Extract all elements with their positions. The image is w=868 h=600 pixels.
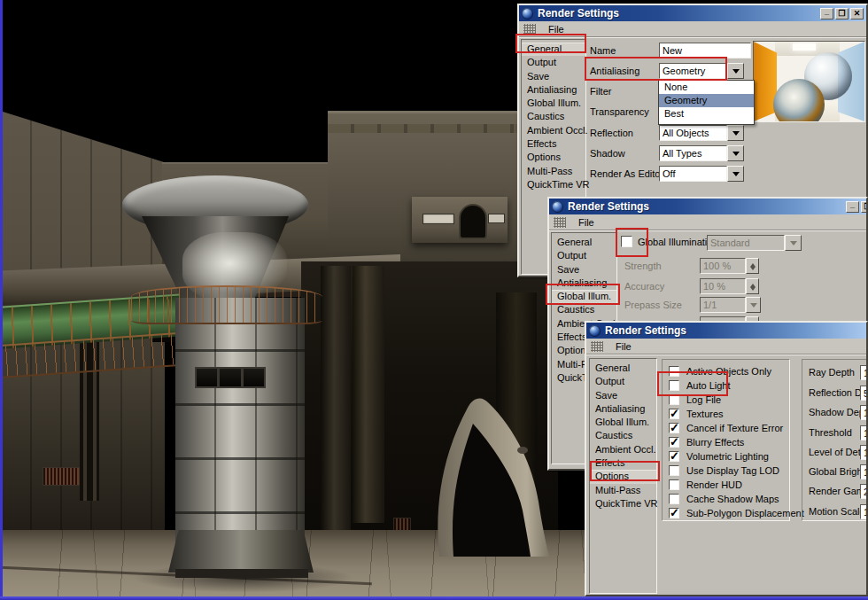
param-value-cut[interactable]: 1 bbox=[860, 365, 868, 380]
chevron-down-icon bbox=[732, 152, 740, 160]
checkbox-label: Blurry Effects bbox=[686, 437, 744, 448]
param-value-cut[interactable]: 1 bbox=[860, 464, 868, 479]
sidebar-item-caustics[interactable]: Caustics bbox=[522, 110, 585, 123]
param-row: Ray Depth1 bbox=[802, 365, 868, 381]
maximize-button[interactable] bbox=[861, 201, 868, 213]
strength-value: 100 % bbox=[700, 258, 746, 274]
app-window-border-left bbox=[0, 0, 3, 600]
checkbox-label: Render HUD bbox=[686, 479, 742, 490]
sidebar-item-global-illum[interactable]: Global Illum. bbox=[590, 416, 656, 429]
sidebar-item-caustics[interactable]: Caustics bbox=[590, 429, 656, 442]
param-value-cut[interactable]: 1 bbox=[860, 504, 868, 519]
scene-lit-window bbox=[488, 214, 505, 223]
sidebar-item-quicktime-vr[interactable]: QuickTime VR bbox=[590, 497, 656, 510]
sidebar-item-output[interactable]: Output bbox=[590, 375, 656, 388]
option-row[interactable]: Use Display Tag LOD bbox=[663, 464, 789, 479]
param-row: Reflection Depth5 bbox=[802, 386, 868, 401]
maximize-button[interactable] bbox=[835, 8, 849, 19]
checkbox[interactable] bbox=[669, 479, 679, 490]
sidebar-item-caustics[interactable]: Caustics bbox=[552, 303, 616, 316]
param-label: Motion Scale bbox=[809, 506, 865, 517]
render-as-editor-dropdown-button[interactable] bbox=[727, 166, 744, 182]
sidebar-item-antialiasing[interactable]: Antialiasing bbox=[590, 402, 656, 416]
app-window-border-bottom bbox=[0, 596, 868, 600]
param-value-cut[interactable]: 5 bbox=[860, 386, 868, 401]
shadow-select[interactable]: All Types bbox=[659, 145, 727, 161]
sidebar-item-save[interactable]: Save bbox=[522, 70, 585, 83]
menu-grip-icon[interactable] bbox=[523, 24, 536, 35]
option-row[interactable]: Sub-Polygon Displacement bbox=[663, 507, 789, 521]
checkbox[interactable] bbox=[669, 409, 679, 419]
param-row: Level of Detail1 bbox=[802, 445, 868, 461]
title-bar[interactable]: Render Settings bbox=[586, 323, 866, 339]
option-row[interactable]: Textures bbox=[663, 408, 789, 422]
option-row[interactable]: Blurry Effects bbox=[663, 436, 789, 450]
menu-bar: File bbox=[586, 339, 866, 355]
checkbox[interactable] bbox=[669, 508, 679, 518]
sidebar-item-effects[interactable]: Effects bbox=[522, 137, 585, 151]
dropdown-option-best[interactable]: Best bbox=[659, 107, 754, 121]
scene-pillar bbox=[353, 266, 384, 523]
annotation-box-antialiasing-row bbox=[585, 57, 727, 81]
dropdown-option-geometry[interactable]: Geometry bbox=[659, 94, 754, 107]
sidebar-item-general[interactable]: General bbox=[552, 236, 616, 249]
sidebar-item-quicktime-vr[interactable]: QuickTime VR bbox=[522, 178, 585, 191]
checkbox[interactable] bbox=[669, 465, 679, 476]
title-bar[interactable]: Render Settings bbox=[549, 199, 866, 214]
menu-grip-icon[interactable] bbox=[554, 217, 566, 228]
reflection-select[interactable]: All Objects bbox=[659, 125, 727, 141]
accuracy-label: Accuracy bbox=[624, 281, 664, 292]
chevron-down-icon bbox=[732, 69, 740, 77]
menu-file[interactable]: File bbox=[575, 216, 598, 229]
param-label: Level of Detail bbox=[809, 447, 868, 457]
checkbox[interactable] bbox=[669, 494, 679, 504]
global-illumination-label: Global Illumination bbox=[638, 237, 718, 247]
sidebar-item-global-illum[interactable]: Global Illum. bbox=[522, 97, 585, 110]
param-value-cut[interactable]: 1 bbox=[860, 445, 868, 460]
app-sphere-icon bbox=[589, 325, 601, 337]
checkbox[interactable] bbox=[669, 451, 679, 462]
chevron-down-icon bbox=[732, 131, 740, 139]
sidebar-item-antialiasing[interactable]: Antialiasing bbox=[522, 83, 585, 97]
render-as-editor-label: Render As Editor bbox=[590, 168, 663, 179]
param-value-cut[interactable]: 2 bbox=[860, 484, 868, 499]
menu-file[interactable]: File bbox=[612, 340, 635, 353]
sidebar-item-multi-pass[interactable]: Multi-Pass bbox=[522, 165, 585, 178]
checkbox-label: Volumetric Lighting bbox=[686, 451, 769, 462]
render-as-editor-select[interactable]: Off bbox=[659, 166, 727, 182]
sidebar-item-save[interactable]: Save bbox=[552, 263, 616, 277]
sidebar-item-ambient-occl[interactable]: Ambient Occl. bbox=[522, 124, 585, 137]
param-row: Threshold1 bbox=[802, 425, 868, 441]
minimize-button[interactable] bbox=[820, 8, 833, 19]
shadow-dropdown-button[interactable] bbox=[727, 145, 744, 161]
screenshot-stage: Render Settings File General Output Save… bbox=[0, 0, 868, 600]
dialog-title: Render Settings bbox=[563, 200, 649, 213]
checkbox[interactable] bbox=[669, 437, 679, 448]
option-row[interactable]: Cancel if Texture Error bbox=[663, 422, 789, 436]
option-row[interactable]: Cache Shadow Maps bbox=[663, 493, 789, 507]
dropdown-option-none[interactable]: None bbox=[659, 81, 754, 94]
scene-tower-base-step bbox=[175, 569, 308, 578]
annotation-box-options-item bbox=[590, 461, 660, 481]
minimize-button[interactable] bbox=[846, 201, 859, 213]
sidebar-item-output[interactable]: Output bbox=[522, 56, 585, 69]
sidebar-item-ambient-occl[interactable]: Ambient Occl. bbox=[590, 443, 656, 456]
option-row[interactable]: Render HUD bbox=[663, 479, 789, 493]
sidebar-item-options[interactable]: Options bbox=[522, 151, 585, 164]
reflection-dropdown-button[interactable] bbox=[727, 125, 744, 141]
option-row[interactable]: Volumetric Lighting bbox=[663, 450, 789, 464]
param-label: Threshold bbox=[809, 427, 852, 438]
sidebar-item-multi-pass[interactable]: Multi-Pass bbox=[590, 484, 656, 497]
sidebar-item-output[interactable]: Output bbox=[552, 249, 616, 262]
title-bar[interactable]: Render Settings bbox=[519, 5, 866, 21]
close-button[interactable] bbox=[850, 8, 864, 19]
annotation-box-general bbox=[515, 34, 586, 53]
param-value-cut[interactable]: 1 bbox=[860, 425, 868, 440]
menu-grip-icon[interactable] bbox=[591, 341, 603, 352]
sidebar-item-general[interactable]: General bbox=[590, 362, 656, 375]
gi-mode-dropdown-button bbox=[785, 235, 802, 251]
antialiasing-dropdown-button[interactable] bbox=[727, 63, 744, 79]
sidebar-item-save[interactable]: Save bbox=[590, 389, 656, 402]
param-value-cut[interactable]: 1 bbox=[860, 405, 868, 420]
checkbox[interactable] bbox=[669, 423, 679, 433]
